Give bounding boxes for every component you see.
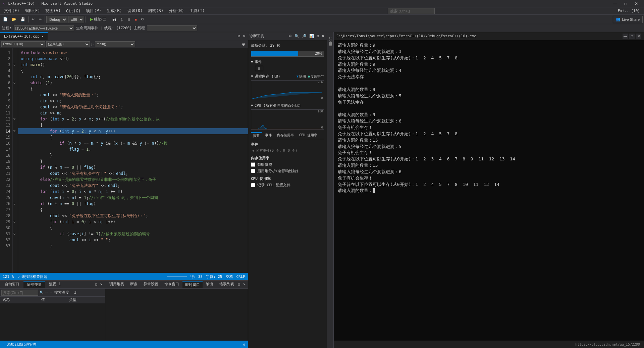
code-line: if (n % m == 0 || flag) (18, 164, 248, 170)
console-maximize-btn[interactable]: □ (629, 34, 635, 39)
menu-item-project[interactable]: 项目(P) (83, 7, 104, 14)
menu-item-test[interactable]: 测试(S) (145, 7, 166, 14)
cpu-expand-icon: ▼ (251, 103, 253, 108)
step-over-button[interactable]: ⤵ (119, 16, 124, 23)
diag-tab-events[interactable]: 事件 (263, 132, 274, 139)
cpu-section: ▼ CPU (所有处理器的百分比) 100 0 (251, 103, 324, 130)
events-label: 事件 (255, 59, 262, 64)
menu-item-analyze[interactable]: 分析(N) (166, 7, 187, 14)
diag-tab-cpu[interactable]: CPU 使用率 (297, 132, 319, 139)
auto-tab[interactable]: 自动窗口 (1, 281, 23, 288)
console-line: 请输入洞的数量：15 (338, 137, 640, 144)
editor-expand-button[interactable]: ⊕ (240, 42, 247, 47)
memory-heap-checkbox[interactable]: 启用堆分析(会影响性能) (251, 168, 324, 173)
live-share-icon: 👥 (616, 17, 621, 21)
watch-tab[interactable]: 监视 1 (46, 281, 64, 288)
diag-close-btn[interactable]: ✕ (321, 34, 325, 39)
menu-item-file[interactable]: 文件(F) (1, 7, 22, 14)
bottom-status-bar: ↑ 添加到源代码管理 ⚙ (0, 341, 248, 348)
locals-content: 名称 值 类型 (0, 297, 105, 341)
diag-tab-memory[interactable]: 内存使用率 (275, 132, 296, 139)
continue-button[interactable]: ▶ 继续(C) (87, 16, 109, 23)
exceptions-tab[interactable]: 异常设置 (141, 281, 161, 288)
menu-item-git[interactable]: Git(G) (63, 8, 83, 14)
global-scope-select[interactable]: (全局范围) (46, 41, 90, 47)
menu-item-edit[interactable]: 编辑(E) (22, 7, 43, 14)
new-file-button[interactable]: 📄 (1, 16, 9, 23)
code-line: } (18, 158, 248, 164)
thread-select[interactable] (147, 25, 197, 31)
cpu-graph: 100 0 (251, 109, 324, 130)
step-out-button[interactable]: ⏮ (110, 16, 118, 23)
console-minimize-btn[interactable]: — (623, 34, 628, 39)
app-title: ExtraC++(10) - Microsoft Visual Studio (8, 1, 93, 6)
editor-panel-close[interactable]: ✕ (242, 34, 247, 39)
locals-panel-float[interactable]: ⧉ (94, 282, 98, 287)
open-button[interactable]: 📂 (10, 16, 18, 23)
editor-tab-label: ExtraC++(10).cpp (4, 34, 40, 39)
breakpoints-tab[interactable]: 断点 (127, 281, 140, 288)
editor-tab-active[interactable]: ExtraC++(10).cpp ✕ (0, 32, 48, 40)
menu-item-build[interactable]: 生成(B) (104, 7, 125, 14)
process-select[interactable]: [15564] ExtraC++(10).exe (14, 25, 74, 31)
live-share-button[interactable]: 👥 Live Share (613, 16, 643, 23)
progress-label: 20秒 (315, 51, 322, 56)
callstack-tab[interactable]: 调用堆栈 (107, 281, 127, 288)
output-tab[interactable]: 输出 (203, 281, 216, 288)
app-container: ⚡ ExtraC++(10) - Microsoft Visual Studio… (0, 0, 644, 348)
locals-tab[interactable]: 局部变量 (23, 281, 45, 288)
editor-tab-close-icon[interactable]: ✕ (42, 35, 44, 38)
sidebar-tab-git[interactable]: Git 更改 (327, 32, 333, 46)
cpu-record-checkbox[interactable]: 记录 CPU 配置文件 (251, 183, 324, 188)
stop-button[interactable]: ■ (133, 16, 139, 23)
restart-button[interactable]: ↺ (139, 16, 146, 23)
immediate-panel-float[interactable]: ⧉ (237, 282, 241, 287)
diag-pause-btn[interactable]: ⏸ (255, 66, 263, 71)
locals-search[interactable] (1, 290, 38, 296)
console-line: 兔子有机会生存！ (338, 125, 640, 131)
debug-config-dropdown[interactable]: Debug (46, 16, 67, 23)
pause-button[interactable]: ⏸ (125, 16, 132, 23)
errors-tab[interactable]: 错误列表 (217, 281, 237, 288)
close-button[interactable]: ✕ (631, 1, 641, 7)
diag-pause-btn-container: ⏸ (251, 66, 324, 71)
minimize-button[interactable]: — (610, 1, 620, 7)
immediate-tab[interactable]: 即时窗口 (182, 281, 203, 288)
file-scope-select[interactable]: ExtraC++(10) (1, 41, 45, 47)
console-line: 兔子躲在以下位置可以生存(从0开始)：1 2 4 5 7 8 (338, 55, 640, 61)
maximize-button[interactable]: □ (621, 1, 631, 7)
command-tab[interactable]: 命令窗口 (162, 281, 182, 288)
diag-chart-btn[interactable]: 📊 (308, 34, 315, 39)
diag-settings-btn[interactable]: ⚙ (287, 34, 293, 39)
locals-search-btn[interactable]: 🔍 (40, 291, 44, 294)
diag-history-btn[interactable]: 🔍 (293, 34, 300, 39)
immediate-panel-close[interactable]: ✕ (242, 282, 247, 287)
code-content[interactable]: #include <iostream> using namespace std;… (18, 48, 248, 273)
menu-item-debug[interactable]: 调试(D) (125, 7, 146, 14)
editor-panel-float[interactable]: ⧉ (237, 34, 241, 39)
locals-nav-back[interactable]: ← (45, 291, 48, 294)
csdn-link: https://blog.csdn.net/qq_1572299 (575, 343, 640, 346)
platform-dropdown[interactable]: x86 (68, 16, 84, 23)
undo-button[interactable]: ↩ (30, 16, 36, 23)
diag-float-btn[interactable]: ⧉ (316, 34, 320, 39)
memory-snapshot-checkbox[interactable]: 截取快照 (251, 162, 324, 167)
menu-item-tools[interactable]: 工具(T) (187, 7, 208, 14)
locals-nav-fwd[interactable]: → (50, 291, 53, 294)
diag-zoom-btn[interactable]: 🔎 (301, 34, 308, 39)
save-button[interactable]: 💾 (19, 16, 27, 23)
memory-label: 进程内存 (KB) (255, 74, 280, 79)
function-select[interactable]: main() (95, 41, 135, 47)
locals-panel-close[interactable]: ✕ (99, 282, 104, 287)
code-line: for (int y = 2; y < n; y++) (18, 128, 248, 134)
console-output[interactable]: 请输入洞的数量：9 请输入狼每经过几个洞就进洞：3 兔子躲在以下位置可以生存(从… (334, 40, 644, 341)
menu-item-view[interactable]: 视图(V) (43, 7, 63, 14)
immediate-content[interactable] (105, 289, 248, 341)
console-close-btn[interactable]: ✕ (636, 34, 641, 39)
sidebar-tab-solution[interactable]: 解决方案资源管理 (327, 46, 333, 51)
redo-button[interactable]: ↪ (37, 16, 43, 23)
zoom-level: 121 % (3, 275, 14, 279)
search-input[interactable] (388, 8, 435, 14)
code-line: #include <iostream> (18, 50, 248, 56)
diag-tab-summary[interactable]: 摘要 (251, 132, 262, 139)
